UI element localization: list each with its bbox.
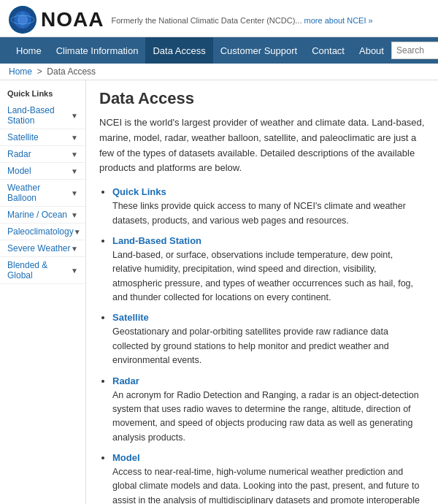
breadcrumb-home[interactable]: Home [9, 66, 32, 77]
formerly-text: Formerly the National Climatic Data Cent… [111, 16, 372, 25]
section-radar: Radar An acronym for Radio Detection and… [112, 375, 425, 446]
section-body-radar: An acronym for Radio Detection and Rangi… [112, 389, 425, 446]
nav-climate-information[interactable]: Climate Information [49, 37, 146, 64]
noaa-brand-text: NOAA [41, 8, 104, 31]
breadcrumb: Home > Data Access [0, 64, 438, 80]
search-input[interactable] [391, 42, 438, 59]
sidebar-item-model[interactable]: Model ▼ [0, 163, 85, 180]
sidebar-item-radar[interactable]: Radar ▼ [0, 146, 85, 163]
section-satellite: Satellite Geostationary and polar-orbiti… [112, 312, 425, 367]
section-title-quick-links[interactable]: Quick Links [112, 186, 425, 197]
chevron-down-icon: ▼ [71, 167, 78, 175]
sidebar-item-weather-balloon[interactable]: Weather Balloon ▼ [0, 180, 85, 207]
sidebar-item-paleoclimatology[interactable]: Paleoclimatology ▼ [0, 224, 85, 240]
noaa-logo: NOAA [9, 6, 104, 34]
sidebar: Quick Links Land-Based Station ▼ Satelli… [0, 80, 86, 504]
section-model: Model Access to near-real-time, high-vol… [112, 452, 425, 504]
section-body-quick-links: These links provide quick access to many… [112, 199, 425, 228]
chevron-down-icon: ▼ [71, 267, 78, 275]
search-area: 🔍 [391, 42, 438, 59]
nav-about[interactable]: About [352, 37, 391, 64]
chevron-down-icon: ▼ [71, 211, 78, 219]
sidebar-item-satellite[interactable]: Satellite ▼ [0, 129, 85, 146]
more-about-link[interactable]: more about NCEI » [304, 16, 373, 25]
sidebar-item-land-based-station[interactable]: Land-Based Station ▼ [0, 102, 85, 129]
section-title-model[interactable]: Model [112, 452, 425, 463]
nav-data-access[interactable]: Data Access [145, 37, 212, 64]
chevron-down-icon: ▼ [74, 228, 81, 236]
section-body-satellite: Geostationary and polar-orbiting satelli… [112, 325, 425, 367]
section-title-radar[interactable]: Radar [112, 375, 425, 386]
chevron-down-icon: ▼ [71, 112, 78, 120]
sidebar-title: Quick Links [0, 86, 85, 102]
section-title-land-based-station[interactable]: Land-Based Station [112, 235, 425, 246]
nav-bar: Home Climate Information Data Access Cus… [0, 37, 438, 64]
page-title: Data Access [99, 89, 425, 108]
sidebar-item-blended-global[interactable]: Blended & Global ▼ [0, 257, 85, 284]
chevron-down-icon: ▼ [71, 150, 78, 159]
intro-text: NCEI is the world's largest provider of … [99, 115, 425, 176]
chevron-down-icon: ▼ [71, 189, 78, 197]
nav-contact[interactable]: Contact [304, 37, 352, 64]
chevron-down-icon: ▼ [71, 245, 78, 253]
section-title-satellite[interactable]: Satellite [112, 312, 425, 323]
breadcrumb-current: Data Access [47, 66, 96, 77]
content-area: Data Access NCEI is the world's largest … [86, 80, 438, 504]
section-body-land-based-station: Land-based, or surface, observations inc… [112, 248, 425, 305]
nav-customer-support[interactable]: Customer Support [213, 37, 305, 64]
section-body-model: Access to near-real-time, high-volume nu… [112, 465, 425, 504]
noaa-logo-circle [9, 6, 36, 34]
sidebar-item-severe-weather[interactable]: Severe Weather ▼ [0, 240, 85, 257]
header: NOAA Formerly the National Climatic Data… [0, 0, 438, 37]
chevron-down-icon: ▼ [71, 134, 78, 142]
nav-home[interactable]: Home [9, 37, 49, 64]
section-quick-links: Quick Links These links provide quick ac… [112, 186, 425, 228]
section-land-based-station: Land-Based Station Land-based, or surfac… [112, 235, 425, 305]
sections-list: Quick Links These links provide quick ac… [99, 186, 425, 504]
sidebar-item-marine-ocean[interactable]: Marine / Ocean ▼ [0, 207, 85, 224]
main-layout: Quick Links Land-Based Station ▼ Satelli… [0, 80, 438, 504]
